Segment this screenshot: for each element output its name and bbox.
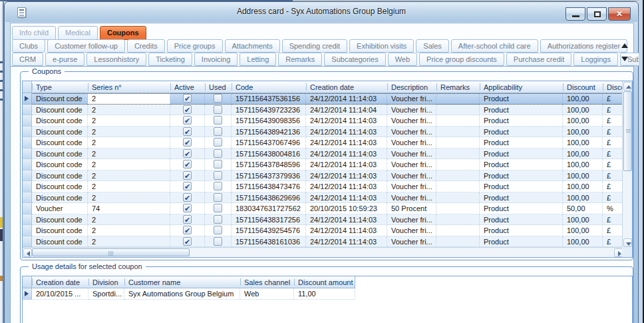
active-checkbox[interactable] bbox=[183, 182, 192, 190]
cell-discount-type[interactable]: £ bbox=[603, 105, 623, 116]
cell-applicability[interactable]: Product bbox=[480, 149, 563, 160]
cell-discount[interactable]: 100,00 bbox=[563, 236, 603, 248]
cell-creation-date[interactable]: 20/10/2015 10:59:23 bbox=[306, 203, 387, 214]
cell-series[interactable]: 2 bbox=[88, 170, 170, 182]
cell-applicability[interactable]: Product bbox=[480, 214, 563, 226]
row-selector[interactable] bbox=[23, 192, 32, 204]
tab-lessonhistory[interactable]: Lessonhistory bbox=[86, 53, 146, 66]
tab-subcategories[interactable]: Subcategories bbox=[324, 53, 385, 66]
cell-applicability[interactable]: Product bbox=[480, 159, 563, 170]
cell-discount[interactable]: 100,00 bbox=[563, 170, 603, 182]
cell-discount[interactable]: 100,00 bbox=[563, 127, 603, 138]
cell-applicability[interactable]: Product bbox=[480, 192, 563, 204]
cell-code[interactable]: 1571156438942136 bbox=[232, 127, 306, 138]
cell-series[interactable]: 2 bbox=[88, 149, 170, 160]
table-row[interactable]: Discount code2157115643894213624/12/2014… bbox=[23, 127, 632, 138]
cell-used[interactable] bbox=[205, 105, 232, 116]
cell-discount[interactable]: 100,00 bbox=[563, 181, 603, 192]
titlebar[interactable]: Address card - Syx Automations Group Bel… bbox=[5, 2, 637, 22]
column-header-creation-date[interactable]: Creation date bbox=[306, 81, 387, 93]
cell-description[interactable]: Voucher fri... bbox=[387, 137, 436, 149]
cell-type[interactable]: Discount code bbox=[32, 159, 88, 170]
cell-creation-date[interactable]: 24/12/2014 11:14:03 bbox=[306, 192, 387, 204]
cell-description[interactable]: Voucher fri... bbox=[387, 105, 436, 116]
scroll-up-icon[interactable] bbox=[623, 82, 632, 91]
cell-creation-date[interactable]: 20/10/2015 ... bbox=[32, 288, 88, 300]
row-selector[interactable] bbox=[23, 288, 32, 300]
cell-active[interactable] bbox=[170, 170, 205, 182]
cell-description[interactable]: Voucher fri... bbox=[387, 115, 436, 127]
cell-remarks[interactable] bbox=[436, 93, 480, 105]
column-header-remarks[interactable]: Remarks bbox=[436, 81, 480, 93]
cell-discount-type[interactable]: £ bbox=[603, 159, 623, 170]
cell-applicability[interactable]: Product bbox=[480, 137, 563, 149]
cell-applicability[interactable]: Product bbox=[480, 181, 563, 192]
cell-code[interactable]: 1571156438317256 bbox=[232, 214, 306, 226]
used-checkbox[interactable] bbox=[214, 127, 222, 136]
cell-discount-type[interactable]: £ bbox=[603, 236, 623, 248]
tab-crm[interactable]: CRM bbox=[12, 53, 43, 66]
cell-type[interactable]: Discount code bbox=[32, 93, 88, 105]
cell-code[interactable]: 1571156438161036 bbox=[232, 236, 306, 248]
cell-division[interactable]: Sportdi... bbox=[88, 288, 124, 300]
row-selector[interactable] bbox=[23, 214, 32, 226]
cell-series[interactable]: 2 bbox=[88, 225, 170, 236]
cell-discount[interactable]: 100,00 bbox=[563, 93, 603, 105]
row-selector[interactable] bbox=[23, 137, 32, 149]
column-header-description[interactable]: Description bbox=[387, 81, 436, 93]
tab-e-purse[interactable]: e-purse bbox=[45, 53, 84, 66]
cell-creation-date[interactable]: 24/12/2014 11:14:03 bbox=[306, 214, 387, 226]
cell-series[interactable]: 2 bbox=[88, 137, 170, 149]
active-checkbox[interactable] bbox=[183, 160, 192, 168]
table-row[interactable]: Discount code2157115643737993624/12/2014… bbox=[23, 170, 632, 182]
cell-creation-date[interactable]: 24/12/2014 11:14:03 bbox=[306, 181, 387, 192]
cell-type[interactable]: Discount code bbox=[32, 115, 88, 127]
cell-remarks[interactable] bbox=[436, 225, 480, 236]
coupons-vertical-scrollbar[interactable] bbox=[622, 81, 632, 248]
column-header-discount-amount[interactable]: Discount amount bbox=[294, 276, 355, 288]
cell-description[interactable]: Voucher fri... bbox=[387, 236, 436, 248]
column-header-active[interactable]: Active bbox=[170, 81, 205, 93]
table-row[interactable]: Discount code2157115643784859624/12/2014… bbox=[23, 159, 632, 170]
cell-active[interactable] bbox=[170, 236, 205, 248]
tab-ticketing[interactable]: Ticketing bbox=[148, 53, 192, 66]
cell-customer-name[interactable]: Syx Automations Group Belgium bbox=[124, 288, 240, 300]
column-header-discount[interactable]: Discount bbox=[563, 81, 603, 93]
cell-remarks[interactable] bbox=[436, 149, 480, 160]
row-selector[interactable] bbox=[23, 203, 32, 214]
cell-discount[interactable]: 100,00 bbox=[563, 192, 603, 204]
cell-discount-amount[interactable]: 11,00 bbox=[294, 288, 355, 300]
row-selector[interactable] bbox=[23, 93, 32, 105]
cell-creation-date[interactable]: 24/12/2014 11:14:03 bbox=[306, 225, 387, 236]
cell-discount-type[interactable]: % bbox=[603, 203, 623, 214]
cell-applicability[interactable]: Product bbox=[480, 203, 563, 214]
cell-series[interactable]: 2 bbox=[88, 105, 170, 116]
active-checkbox[interactable] bbox=[183, 149, 192, 158]
cell-applicability[interactable]: Product bbox=[480, 225, 563, 236]
table-row[interactable]: Discount code2157115643753615624/12/2014… bbox=[23, 93, 632, 105]
active-checkbox[interactable] bbox=[183, 215, 192, 224]
active-checkbox[interactable] bbox=[183, 171, 192, 180]
row-selector[interactable] bbox=[23, 236, 32, 248]
cell-type[interactable]: Discount code bbox=[32, 214, 88, 226]
used-checkbox[interactable] bbox=[214, 138, 222, 147]
cell-description[interactable]: Voucher fri... bbox=[387, 149, 436, 160]
cell-discount[interactable]: 50,00 bbox=[563, 203, 603, 214]
tab-authorizations-register[interactable]: Authorizations register bbox=[540, 39, 627, 53]
cell-discount-type[interactable]: £ bbox=[603, 115, 623, 127]
cell-discount-type[interactable]: £ bbox=[603, 137, 623, 149]
cell-applicability[interactable]: Product bbox=[480, 236, 563, 248]
cell-used[interactable] bbox=[205, 236, 232, 248]
table-row[interactable]: Discount code2157115643800481624/12/2014… bbox=[23, 149, 632, 160]
cell-active[interactable] bbox=[170, 181, 205, 192]
cell-creation-date[interactable]: 24/12/2014 11:14:03 bbox=[306, 127, 387, 138]
table-row[interactable]: Voucher74183034763172756220/10/2015 10:5… bbox=[23, 203, 632, 214]
cell-used[interactable] bbox=[205, 203, 232, 214]
cell-series[interactable]: 2 bbox=[88, 127, 170, 138]
cell-discount-type[interactable]: £ bbox=[603, 127, 623, 138]
tab-price-groups[interactable]: Price groups bbox=[167, 39, 223, 53]
cell-remarks[interactable] bbox=[436, 203, 480, 214]
used-checkbox[interactable] bbox=[214, 105, 222, 114]
tab-info-child[interactable]: Info child bbox=[12, 26, 56, 40]
table-row[interactable]: 20/10/2015 ...Sportdi...Syx Automations … bbox=[23, 288, 355, 300]
